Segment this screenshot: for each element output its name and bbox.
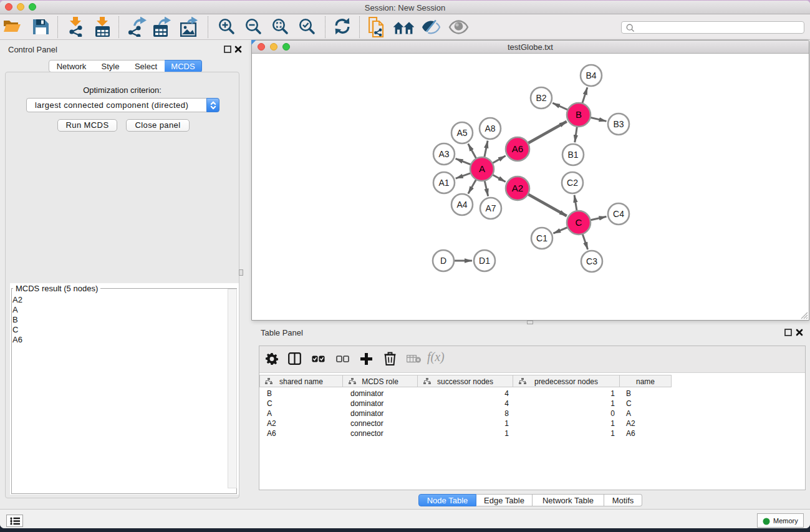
svg-text:A5: A5: [456, 128, 467, 138]
svg-text:A: A: [479, 163, 485, 174]
svg-text:C: C: [576, 217, 582, 228]
svg-text:B3: B3: [613, 119, 624, 129]
svg-text:A8: A8: [485, 123, 495, 133]
svg-text:A6: A6: [512, 143, 523, 154]
svg-text:B: B: [576, 109, 582, 120]
svg-text:A2: A2: [512, 183, 523, 193]
svg-text:D: D: [440, 256, 446, 266]
svg-text:C3: C3: [586, 256, 597, 266]
svg-text:A7: A7: [485, 203, 496, 213]
svg-text:B4: B4: [586, 70, 596, 80]
svg-text:A1: A1: [438, 178, 449, 188]
svg-text:A3: A3: [438, 149, 449, 159]
svg-text:A4: A4: [456, 200, 467, 210]
svg-text:D1: D1: [479, 256, 490, 266]
svg-text:B2: B2: [536, 93, 546, 103]
svg-text:B1: B1: [567, 150, 578, 160]
svg-text:C4: C4: [613, 209, 624, 219]
svg-text:C1: C1: [536, 233, 547, 243]
svg-text:C2: C2: [567, 178, 578, 188]
